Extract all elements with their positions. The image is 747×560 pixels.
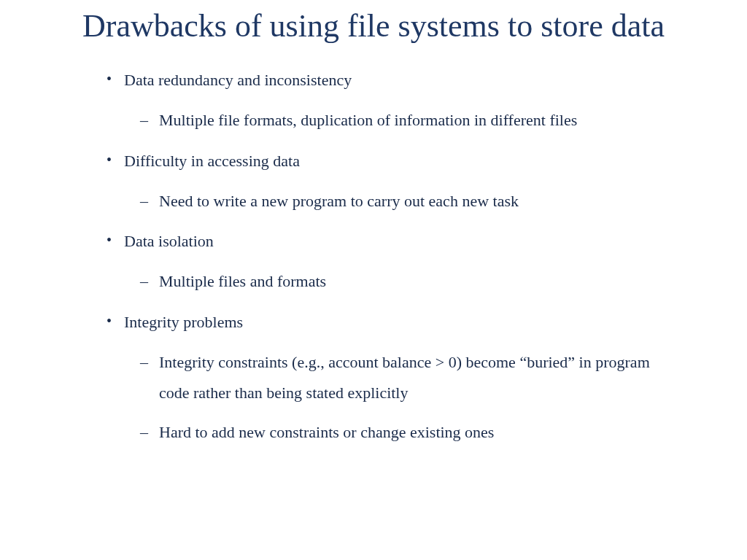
sub-bullet-text: Hard to add new constraints or change ex… xyxy=(159,423,494,441)
bullet-text: Data redundancy and inconsistency xyxy=(124,71,352,89)
list-item: Data redundancy and inconsistency Multip… xyxy=(102,68,674,136)
sub-bullet-text: Integrity constraints (e.g., account bal… xyxy=(159,353,650,402)
bullet-text: Difficulty in accessing data xyxy=(124,152,300,170)
sub-list-item: Hard to add new constraints or change ex… xyxy=(137,417,674,448)
bullet-text: Integrity problems xyxy=(124,313,243,331)
sub-bullet-text: Multiple file formats, duplication of in… xyxy=(159,111,577,129)
list-item: Difficulty in accessing data Need to wri… xyxy=(102,149,674,217)
sub-list: Multiple files and formats xyxy=(137,266,674,297)
sub-list: Integrity constraints (e.g., account bal… xyxy=(137,347,674,447)
sub-list-item: Multiple files and formats xyxy=(137,266,674,297)
bullet-text: Data isolation xyxy=(124,232,214,250)
sub-list-item: Multiple file formats, duplication of in… xyxy=(137,105,674,136)
sub-list-item: Integrity constraints (e.g., account bal… xyxy=(137,347,674,408)
sub-list: Need to write a new program to carry out… xyxy=(137,186,674,217)
slide-title: Drawbacks of using file systems to store… xyxy=(44,7,703,46)
bullet-list: Data redundancy and inconsistency Multip… xyxy=(102,68,674,448)
list-item: Data isolation Multiple files and format… xyxy=(102,229,674,297)
list-item: Integrity problems Integrity constraints… xyxy=(102,310,674,447)
sub-bullet-text: Need to write a new program to carry out… xyxy=(159,192,519,210)
slide-content: Data redundancy and inconsistency Multip… xyxy=(44,68,703,448)
sub-list-item: Need to write a new program to carry out… xyxy=(137,186,674,217)
sub-list: Multiple file formats, duplication of in… xyxy=(137,105,674,136)
slide: Drawbacks of using file systems to store… xyxy=(0,0,747,490)
sub-bullet-text: Multiple files and formats xyxy=(159,272,326,290)
